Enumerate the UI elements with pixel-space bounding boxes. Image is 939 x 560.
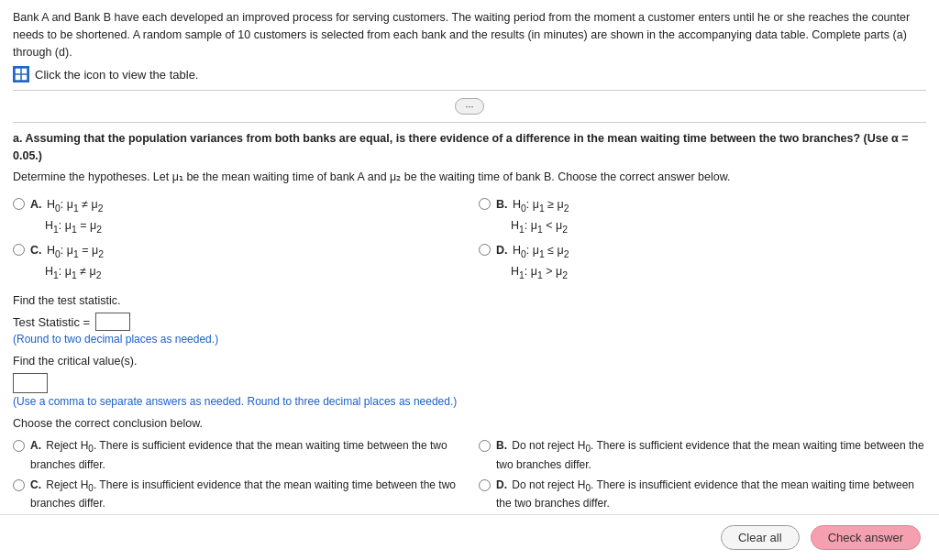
- part-a-label: a. Assuming that the population variance…: [13, 130, 926, 165]
- conclusion-b: B. Do not reject H0. There is sufficient…: [479, 437, 926, 472]
- option-c: C. H0: μ1 = μ2 H1: μ1 ≠ μ2: [13, 241, 460, 283]
- find-test-stat-label: Find the test statistic.: [13, 294, 926, 307]
- conclusion-a: A. Reject H0. There is sufficient eviden…: [13, 437, 460, 472]
- option-b-h0: H0: μ1 ≥ μ2: [513, 198, 569, 211]
- test-stat-input[interactable]: [95, 313, 130, 331]
- radio-c[interactable]: [13, 244, 25, 256]
- option-a-h1: H1: μ1 = μ2: [45, 219, 102, 232]
- conclusion-radio-a[interactable]: [13, 440, 25, 452]
- conclusion-label: Choose the correct conclusion below.: [13, 417, 926, 430]
- conclusion-radio-d[interactable]: [479, 479, 491, 491]
- conclusion-b-text: Do not reject H0. There is sufficient ev…: [496, 439, 924, 470]
- conclusion-a-text: Reject H0. There is sufficient evidence …: [30, 439, 447, 470]
- svg-rect-0: [16, 69, 20, 73]
- table-icon[interactable]: [13, 66, 29, 82]
- svg-rect-2: [16, 75, 20, 80]
- radio-b[interactable]: [479, 198, 491, 210]
- top-divider: [13, 90, 926, 91]
- find-critical-label: Find the critical value(s).: [13, 355, 926, 368]
- option-b-h1: H1: μ1 < μ2: [511, 219, 568, 232]
- clear-all-button[interactable]: Clear all: [721, 525, 800, 550]
- expand-button[interactable]: ···: [455, 98, 483, 115]
- option-d: D. H0: μ1 ≤ μ2 H1: μ1 > μ2: [479, 241, 926, 283]
- option-c-h0: H0: μ1 = μ2: [47, 244, 104, 257]
- click-icon-label: Click the icon to view the table.: [35, 68, 198, 82]
- conclusion-d: D. Do not reject H0. There is insufficie…: [479, 477, 926, 511]
- intro-text: Bank A and Bank B have each developed an…: [13, 9, 926, 60]
- hypothesis-options: A. H0: μ1 ≠ μ2 H1: μ1 = μ2 B. H0: μ1 ≥ μ…: [13, 195, 926, 284]
- test-stat-row: Test Statistic =: [13, 313, 926, 331]
- conclusion-radio-c[interactable]: [13, 479, 25, 491]
- conclusion-d-text: Do not reject H0. There is insufficient …: [496, 478, 914, 510]
- hypothesis-text: Determine the hypotheses. Let μ₁ be the …: [13, 169, 926, 186]
- critical-value-input[interactable]: [13, 373, 48, 393]
- mid-divider: [13, 122, 926, 123]
- conclusion-radio-b[interactable]: [479, 440, 491, 452]
- critical-hint: (Use a comma to separate answers as need…: [13, 395, 926, 408]
- option-d-h0: H0: μ1 ≤ μ2: [513, 244, 569, 257]
- conclusion-c-text: Reject H0. There is insufficient evidenc…: [30, 478, 456, 510]
- check-answer-button[interactable]: Check answer: [811, 525, 921, 550]
- test-stat-hint: (Round to two decimal places as needed.): [13, 333, 926, 346]
- option-c-h1: H1: μ1 ≠ μ2: [45, 265, 102, 278]
- svg-rect-3: [22, 75, 27, 80]
- radio-d[interactable]: [479, 244, 491, 256]
- bottom-bar: Clear all Check answer: [0, 514, 939, 560]
- option-d-h1: H1: μ1 > μ2: [511, 265, 568, 278]
- test-stat-label: Test Statistic =: [13, 315, 90, 329]
- option-a: A. H0: μ1 ≠ μ2 H1: μ1 = μ2: [13, 195, 460, 237]
- radio-a[interactable]: [13, 198, 25, 210]
- part-a-question: Assuming that the population variances f…: [13, 132, 909, 162]
- conclusion-options: A. Reject H0. There is sufficient eviden…: [13, 437, 926, 511]
- conclusion-c: C. Reject H0. There is insufficient evid…: [13, 477, 460, 511]
- option-a-h0: H0: μ1 ≠ μ2: [47, 198, 104, 211]
- option-b: B. H0: μ1 ≥ μ2 H1: μ1 < μ2: [479, 195, 926, 237]
- svg-rect-1: [22, 69, 27, 73]
